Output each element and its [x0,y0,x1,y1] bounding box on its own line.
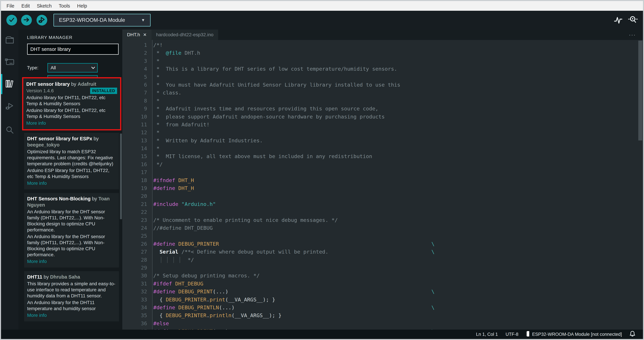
library-item-2[interactable]: DHT sensor library for ESPx by beegee_to… [24,133,119,189]
line-number: 5 [122,74,147,80]
library-item-version: Version 1.4.6 [26,88,90,93]
line-continuation-backslash: \ [432,249,434,255]
code-line: 4 * This is a library for DHT series of … [122,66,643,74]
library-item-title: DHT sensor library by Adafruit [26,81,117,87]
sidebar-item-library-manager[interactable] [1,74,18,94]
menu-item-sketch[interactable]: Sketch [33,3,55,9]
code-editor[interactable]: 1/*!2 * @file DHT.h3 *4 * This is a libr… [122,40,643,329]
menu-item-tools[interactable]: Tools [55,3,74,9]
code-line: 34#define DEBUG_PRINTLN(...)\ [122,304,643,312]
panel-scrollbar[interactable] [120,134,122,219]
line-continuation-backslash: \ [432,304,434,310]
code-line: 15 * MIT license, all text above must be… [122,153,643,161]
board-status[interactable]: ESP32-WROOM-DA Module [not connected] [526,331,622,338]
code-line: 36#else [122,320,643,328]
library-item-description: An Arduino library for the DHT sensor fa… [27,209,116,233]
editor-more-actions-button[interactable]: ··· [629,30,636,40]
code-line: 35 { DEBUG_PRINTER.println(__VA_ARGS__);… [122,312,643,320]
more-info-link[interactable]: More info [26,120,117,126]
code-line: 12 * [122,129,643,137]
panel-title: LIBRARY MANAGER [27,35,72,40]
code-line: 30/* Setup debug printing macros. */ [122,273,643,280]
chevron-down-icon [91,65,95,69]
library-item-description: An Arduino library for the DHT sensor fa… [27,234,116,258]
code-line: 22 [122,209,643,217]
editor-tab-DHT.h[interactable]: DHT.h✕ [122,30,152,40]
line-number: 22 [122,209,147,215]
code-line: 6 * You must have Adafruit Unified Senso… [122,82,643,90]
library-item-description: Arduino library for DHT11, DHT22, etc Te… [26,107,117,119]
code-line: 29 [122,265,643,273]
code-line: 9 * Adafruit invests time and resources … [122,106,643,113]
library-item-description: Arduino ESP library for DHT11, DHT22, et… [27,167,116,180]
cursor-position: Ln 1, Col 1 [476,332,498,337]
board-selector-dropdown[interactable]: ESP32-WROOM-DA Module ▼ [54,14,150,27]
dropdown-caret-icon: ▼ [141,18,145,23]
code-line: 1/*! [122,42,643,50]
line-number: 35 [122,312,147,318]
library-item-4[interactable]: DHT11 by Dhruba SahaThis library provide… [24,271,119,321]
line-number: 6 [122,82,147,88]
line-number: 7 [122,90,147,96]
folder-icon [5,35,15,46]
code-line: 19#define DHT_H [122,185,643,193]
close-icon[interactable]: ✕ [143,32,147,37]
line-number: 29 [122,265,147,271]
code-line: 5 * [122,74,643,82]
line-number: 12 [122,129,147,135]
more-info-link[interactable]: More info [27,180,116,186]
library-item-description: Optimized libray to match ESP32 requirem… [27,149,116,167]
line-number: 10 [122,114,147,120]
library-manager-panel: LIBRARY MANAGER DHT sensor library Type:… [18,30,122,329]
sidebar-item-boards-manager[interactable] [1,52,18,72]
right-arrow-icon [23,17,30,24]
code-line: 3 * [122,58,643,66]
line-number: 23 [122,217,147,223]
code-line: 18#ifndef DHT_H [122,177,643,185]
editor-tab-hardcoded-dht22-esp32.ino[interactable]: hardcoded-dht22-esp32.ino [152,30,218,40]
notifications-bell-button[interactable] [630,330,635,338]
code-line: 10 * please support Adafruit andopen-sou… [122,114,643,121]
editor-tab-bar: DHT.h✕hardcoded-dht22-esp32.ino [122,30,643,40]
editor-area: DHT.h✕hardcoded-dht22-esp32.ino ··· 1/*!… [122,30,643,329]
editor-scrollbar[interactable] [638,41,642,140]
sidebar-item-sketchbook[interactable] [1,30,18,51]
more-info-link[interactable]: More info [27,312,116,318]
code-line: 25 [122,233,643,241]
sidebar-item-search[interactable] [1,120,18,140]
code-line: 33 { DEBUG_PRINTER.print(__VA_ARGS__); } [122,296,643,304]
line-number: 11 [122,121,147,127]
line-number: 27 [122,249,147,255]
library-item-title: DHT sensor library for ESPx by beegee_to… [27,136,116,148]
line-number: 15 [122,153,147,159]
code-line: 16 */ [122,161,643,169]
library-item-3[interactable]: DHT Sensors Non-Blocking by Toan NguyenA… [24,193,119,267]
line-number: 32 [122,288,147,294]
line-number: 13 [122,137,147,143]
code-line: 20 [122,193,643,201]
library-search-input[interactable]: DHT sensor library [27,44,118,55]
serial-monitor-button[interactable] [627,14,639,26]
library-item-1[interactable]: DHT sensor library by AdafruitVersion 1.… [23,78,120,129]
type-filter-select[interactable]: All [48,63,98,73]
start-debug-button[interactable] [36,15,47,26]
serial-plotter-button[interactable] [612,14,624,26]
menu-bar: FileEditSketchToolsHelp [1,1,643,11]
library-item-description: An Arduino library for the DHT11 tempera… [27,299,116,312]
code-line: 28 │ │ │ │ */ [122,257,643,265]
upload-button[interactable] [21,15,32,26]
sidebar-item-debug[interactable] [1,97,18,117]
code-line: 8 * [122,98,643,106]
line-number: 26 [122,241,147,247]
line-number: 34 [122,304,147,310]
line-number: 3 [122,58,147,64]
verify-button[interactable] [6,15,17,26]
menu-item-file[interactable]: File [3,3,18,9]
menu-item-edit[interactable]: Edit [18,3,33,9]
search-value: DHT sensor library [30,47,71,52]
more-info-link[interactable]: More info [27,258,116,264]
books-icon [5,79,15,89]
menu-item-help[interactable]: Help [74,3,91,9]
code-line: 21#include "Arduino.h" [122,201,643,209]
highlight-annotation-box: DHT sensor library by AdafruitVersion 1.… [22,77,121,130]
